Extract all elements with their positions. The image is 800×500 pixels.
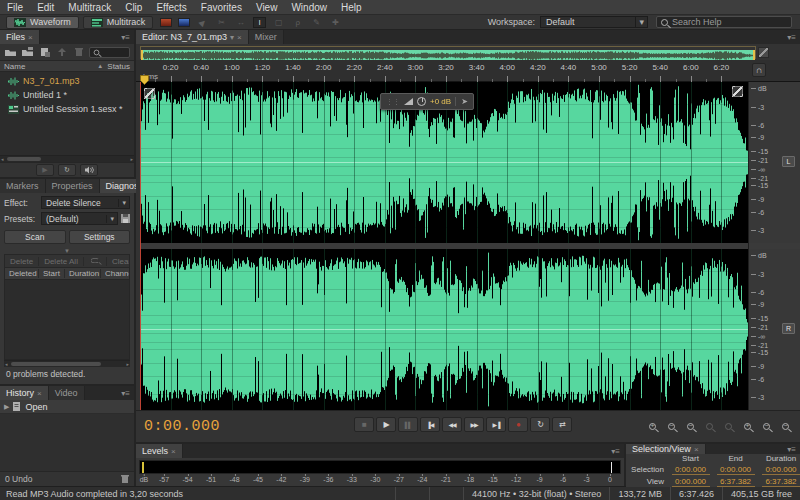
clear-deleted-button[interactable]: Clear Deleted (107, 257, 130, 266)
channel-badge-right[interactable]: R (782, 323, 795, 334)
trash-icon[interactable] (72, 47, 85, 58)
skip-to-start-button[interactable]: ▐◀ (420, 417, 440, 432)
hud-grip-icon[interactable]: ⋮⋮ (386, 98, 400, 106)
loop-playback-button[interactable]: ↻ (530, 417, 550, 432)
column-channel[interactable]: Channel (101, 269, 130, 278)
save-preset-icon[interactable] (121, 214, 130, 223)
waveform-canvas[interactable] (140, 82, 748, 410)
selection-start-value[interactable]: 0:00.000 (672, 465, 710, 475)
workspace-select[interactable]: Default ▾ (540, 16, 648, 28)
panel-menu-icon[interactable]: ▾≡ (607, 444, 624, 458)
spectral-frequency-display-icon[interactable] (160, 18, 172, 27)
tab-editor[interactable]: Editor: N3_7_01.mp3 ▾ × (136, 30, 249, 44)
zoom-out-time-button[interactable]: − (665, 420, 678, 432)
snap-toggle-button[interactable]: ∩ (752, 63, 766, 77)
zoom-in-time-button[interactable]: + (646, 420, 659, 432)
scroll-right-icon[interactable]: ▸ (126, 361, 129, 367)
column-start[interactable]: Start (39, 269, 65, 278)
menu-file[interactable]: File (7, 2, 23, 13)
zoom-in-vertical-button[interactable]: + (741, 420, 754, 432)
open-file-icon[interactable] (4, 47, 17, 58)
section-divider[interactable]: ▼ (4, 247, 130, 254)
volume-hud[interactable]: ⋮⋮ +0 dB ➤ (380, 93, 474, 110)
panel-menu-icon[interactable]: ▾≡ (117, 386, 134, 400)
tab-properties[interactable]: Properties (46, 179, 100, 193)
amplitude-ruler[interactable]: L dB-3-6-9-15-21-∞-21-15-9-6-3 R dB-3-6-… (748, 82, 800, 410)
panel-menu-icon[interactable]: ▾≡ (783, 444, 800, 454)
presets-select[interactable]: (Default) ▾ (41, 212, 118, 225)
volume-knob[interactable] (417, 97, 426, 106)
column-duration[interactable]: Duration (65, 269, 101, 278)
selection-end-value[interactable]: 0:00.000 (717, 465, 755, 475)
tab-files[interactable]: Files × (0, 30, 40, 44)
skip-selection-button[interactable]: ⇄ (552, 417, 572, 432)
close-icon[interactable]: × (694, 445, 699, 454)
tab-selection-view[interactable]: Selection/View × (626, 444, 706, 454)
waveform-display[interactable]: ⋮⋮ +0 dB ➤ (140, 82, 748, 410)
file-row[interactable]: Untitled 1 * (0, 88, 134, 102)
column-deleted[interactable]: Deleted (5, 269, 39, 278)
menu-view[interactable]: View (256, 2, 278, 13)
chevron-down-icon[interactable]: ▾ (230, 33, 234, 42)
menu-multitrack[interactable]: Multitrack (68, 2, 111, 13)
import-file-icon[interactable] (21, 47, 34, 58)
record-button[interactable]: ● (508, 417, 528, 432)
view-start-value[interactable]: 0:00.000 (672, 477, 710, 487)
selection-duration-value[interactable]: 0:00.000 (762, 465, 800, 475)
close-icon[interactable]: × (171, 447, 176, 456)
channel-badge-left[interactable]: L (782, 156, 795, 167)
navigator-resize-icon[interactable] (758, 47, 769, 58)
files-search-input[interactable] (89, 47, 130, 58)
current-time-display[interactable]: 0:00.000 (144, 418, 220, 435)
marquee-selection-tool-icon[interactable]: ▢ (272, 17, 285, 28)
view-end-value[interactable]: 6:37.382 (717, 477, 755, 487)
razor-tool-icon[interactable]: ✂ (215, 17, 228, 28)
search-help-input[interactable]: Search Help (656, 16, 792, 28)
preview-play-button[interactable]: ▶ (36, 164, 54, 176)
menu-favorites[interactable]: Favorites (201, 2, 242, 13)
fast-forward-button[interactable]: ▶▶ (464, 417, 484, 432)
zoom-to-selection-button[interactable] (703, 420, 716, 432)
file-row[interactable]: Untitled Session 1.sesx * (0, 102, 134, 116)
spectral-pitch-display-icon[interactable] (178, 18, 190, 27)
trash-icon[interactable] (121, 474, 129, 484)
close-icon[interactable]: × (237, 33, 242, 42)
zoom-to-in-point-button[interactable] (722, 420, 735, 432)
lasso-selection-tool-icon[interactable]: ρ (291, 17, 304, 28)
file-row[interactable]: N3_7_01.mp3 (0, 74, 134, 88)
loop-preview-button[interactable]: ↻ (58, 164, 76, 176)
pan-grabber-icon[interactable] (144, 88, 155, 99)
rewind-button[interactable]: ◀◀ (442, 417, 462, 432)
waveform-mode-button[interactable]: Waveform (6, 16, 79, 29)
files-column-header[interactable]: Name ▲ Status (0, 60, 134, 72)
view-duration-value[interactable]: 6:37.382 (762, 477, 800, 487)
playhead-handle[interactable] (140, 75, 149, 85)
zoom-out-full-button[interactable]: − (684, 420, 697, 432)
settings-button[interactable]: Settings (69, 230, 131, 244)
pin-icon[interactable]: ➤ (455, 97, 468, 106)
move-tool-icon[interactable]: ▶ (194, 14, 211, 31)
stop-button[interactable]: ■ (354, 417, 374, 432)
new-item-icon[interactable] (38, 47, 51, 58)
delete-all-button[interactable]: Delete All (39, 257, 84, 266)
panel-menu-icon[interactable]: ▾≡ (117, 30, 134, 44)
timeline-ruler[interactable]: hms 0:200:401:001:201:402:002:202:403:00… (136, 60, 800, 82)
tab-mixer[interactable]: Mixer (249, 30, 284, 44)
scroll-right-icon[interactable]: ▸ (130, 156, 133, 162)
scroll-left-icon[interactable]: ◂ (5, 361, 8, 367)
close-icon[interactable]: × (37, 389, 42, 398)
menu-effects[interactable]: Effects (156, 2, 186, 13)
multitrack-mode-button[interactable]: Multitrack (83, 16, 154, 29)
play-button[interactable]: ▶ (376, 417, 396, 432)
menu-window[interactable]: Window (291, 2, 327, 13)
tab-markers[interactable]: Markers (0, 179, 46, 193)
menu-help[interactable]: Help (341, 2, 362, 13)
scrollbar-thumb[interactable] (11, 362, 101, 366)
diagnostics-horizontal-scrollbar[interactable]: ◂ ▸ (4, 360, 130, 367)
zoom-out-vertical-button[interactable]: − (760, 420, 773, 432)
fade-ramp-icon[interactable] (404, 98, 413, 105)
zoom-full-vertical-button[interactable]: − (779, 420, 792, 432)
scroll-left-icon[interactable]: ◂ (1, 156, 4, 162)
insert-into-multitrack-icon[interactable] (55, 47, 68, 58)
paintbrush-tool-icon[interactable]: ✎ (310, 17, 323, 28)
